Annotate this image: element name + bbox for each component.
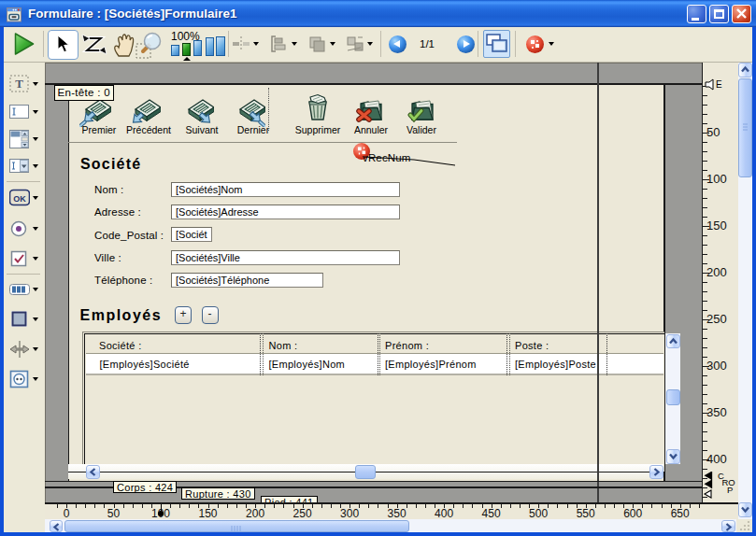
- svg-text:OK: OK: [13, 194, 26, 204]
- svg-text:T: T: [15, 77, 23, 91]
- svg-text:P: P: [727, 485, 733, 495]
- svg-text:E: E: [716, 79, 722, 90]
